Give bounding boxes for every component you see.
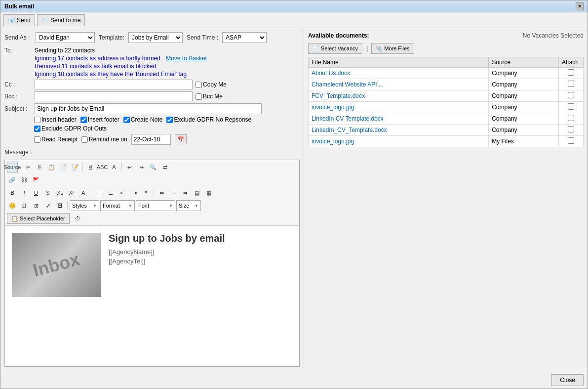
insert-header-checkbox[interactable] — [34, 117, 40, 123]
preview-placeholder-1: [[AgencyName]] — [109, 248, 292, 256]
send-to-me-button[interactable]: 📨 Send to me — [37, 14, 85, 26]
read-receipt-label: Read Receipt — [34, 136, 78, 143]
cc-input[interactable] — [35, 80, 193, 89]
attach-checkbox[interactable] — [568, 137, 574, 144]
find-button[interactable]: 🔍 — [148, 162, 158, 173]
cut-button[interactable]: ✂ — [22, 162, 33, 173]
send-as-select[interactable]: David Egan — [36, 32, 95, 43]
exclude-gdpr-checkbox[interactable] — [166, 117, 173, 123]
unlink-button[interactable]: ⛓ — [19, 174, 30, 185]
special-char-button[interactable]: Ω — [19, 200, 30, 211]
table-row: Chameleoni Website API ... Company — [309, 79, 584, 90]
insert-footer-checkbox[interactable] — [80, 117, 87, 123]
subject-input[interactable] — [35, 103, 262, 114]
placeholder-icon: 📋 — [11, 216, 18, 222]
copy-button[interactable]: ⎘ — [34, 162, 45, 173]
to-info: Sending to 22 contacts Ignoring 17 conta… — [35, 47, 207, 78]
source-button[interactable]: Source — [7, 162, 18, 173]
attach-checkbox[interactable] — [568, 115, 574, 121]
more-files-button[interactable]: 📎 More Files — [371, 43, 414, 54]
image-button[interactable]: 🖼 — [54, 200, 65, 211]
to-label: To : — [4, 47, 32, 54]
ordered-list-button[interactable]: ≡ — [93, 187, 104, 198]
exclude-gdpr-opt-checkbox[interactable] — [34, 126, 40, 132]
window-close-button[interactable]: ✕ — [576, 2, 584, 10]
file-link[interactable]: invoice_logo.jpg — [312, 104, 354, 111]
align-justify-button[interactable]: ▤ — [192, 187, 202, 198]
file-link[interactable]: invoice_logo.jpg — [312, 138, 354, 145]
strikethrough-button[interactable]: S — [42, 187, 53, 198]
unordered-list-button[interactable]: ☰ — [105, 187, 116, 198]
preview-placeholder-2: [[AgencyTel]] — [109, 258, 292, 265]
format-button[interactable]: A̲ — [78, 187, 89, 198]
checkboxes-row-1: Insert header Insert footer Create Note … — [34, 116, 300, 123]
file-name-cell: FCV_Template.docx — [309, 90, 489, 102]
move-to-basket-link[interactable]: Move to Basket — [166, 55, 207, 62]
italic-button[interactable]: I — [19, 187, 30, 198]
attach-checkbox[interactable] — [568, 69, 574, 76]
file-link[interactable]: About Us.docx — [312, 70, 350, 77]
superscript-button[interactable]: X² — [66, 187, 77, 198]
create-note-checkbox[interactable] — [123, 117, 130, 123]
print-button[interactable]: 🖨 — [85, 162, 96, 173]
source-cell: Company — [489, 113, 559, 125]
font-dropdown[interactable]: Font ▼ — [136, 200, 175, 211]
align-left-button[interactable]: ⬅ — [156, 187, 167, 198]
select-vacancy-button[interactable]: 📄 Select Vacancy — [308, 43, 362, 54]
flag-button[interactable]: 🚩 — [31, 174, 41, 185]
indent-button[interactable]: ⇥ — [129, 187, 140, 198]
bold-button[interactable]: B — [7, 187, 18, 198]
attach-checkbox[interactable] — [568, 81, 574, 87]
align-right-button[interactable]: ➡ — [180, 187, 191, 198]
paste-text-button[interactable]: 📄 — [58, 162, 69, 173]
timer-button[interactable]: ⏱ — [73, 213, 83, 224]
remind-me-checkbox[interactable] — [81, 136, 88, 143]
format-dropdown[interactable]: Format ▼ — [100, 200, 135, 211]
spellcheck-button[interactable]: ABC — [97, 162, 108, 173]
paste-button[interactable]: 📋 — [46, 162, 57, 173]
attach-checkbox[interactable] — [568, 103, 574, 110]
styles-dropdown[interactable]: Styles ▼ — [70, 200, 99, 211]
attach-checkbox[interactable] — [568, 92, 574, 98]
cc-label: Cc : — [4, 81, 32, 88]
replace-button[interactable]: ⇄ — [159, 162, 170, 173]
maximize-button[interactable]: ⤢ — [42, 200, 53, 211]
undo-button[interactable]: ↩ — [124, 162, 135, 173]
available-docs-title: Available documents: — [308, 32, 369, 39]
read-receipt-checkbox[interactable] — [34, 136, 40, 143]
template-select[interactable]: Jobs by Email — [128, 32, 183, 43]
bcc-me-checkbox[interactable] — [196, 93, 202, 100]
align-center-button[interactable]: ↔ — [168, 187, 179, 198]
attach-header: Attach — [559, 57, 584, 68]
bcc-input[interactable] — [35, 91, 193, 101]
underline-button[interactable]: U — [31, 187, 41, 198]
right-panel: Available documents: No Vacancies Select… — [304, 28, 588, 371]
select-placeholder-button[interactable]: 📋 Select Placeholder — [7, 213, 70, 224]
file-link[interactable]: LinkedIn_CV_Template.docx — [312, 127, 387, 133]
outdent-button[interactable]: ⇤ — [117, 187, 128, 198]
attach-checkbox[interactable] — [568, 126, 574, 132]
separator-6 — [67, 201, 68, 210]
table-button[interactable]: ⊞ — [31, 200, 41, 211]
calendar-button[interactable]: 📅 — [175, 134, 187, 144]
text-color-button[interactable]: A — [109, 162, 119, 173]
link-button[interactable]: 🔗 — [7, 174, 18, 185]
file-link[interactable]: Chameleoni Website API ... — [312, 81, 384, 88]
blockquote-button[interactable]: ❝ — [141, 187, 152, 198]
remind-date-input[interactable] — [131, 134, 171, 145]
paste-word-button[interactable]: 📝 — [70, 162, 80, 173]
file-link[interactable]: FCV_Template.docx — [312, 92, 365, 99]
copy-me-checkbox[interactable] — [196, 82, 202, 88]
file-link[interactable]: LinkedIn CV Template.docx — [312, 115, 384, 122]
align-block-button[interactable]: ▦ — [203, 187, 214, 198]
send-button[interactable]: 📧 Send — [3, 14, 35, 26]
send-time-select[interactable]: ASAP — [222, 32, 267, 43]
subscript-button[interactable]: X₂ — [54, 187, 65, 198]
editor-content[interactable]: Inbox Sign up to Jobs by email [[AgencyN… — [5, 226, 299, 366]
size-dropdown[interactable]: Size ▼ — [176, 200, 201, 211]
close-main-button[interactable]: Close — [551, 374, 584, 386]
redo-button[interactable]: ↪ — [136, 162, 147, 173]
toolbar-row-2: 🔗 ⛓ 🚩 — [7, 174, 297, 186]
editor-container: Source ✂ ⎘ 📋 📄 📝 🖨 ABC A ↩ — [4, 160, 300, 367]
emoji-button[interactable]: 😊 — [7, 200, 18, 211]
